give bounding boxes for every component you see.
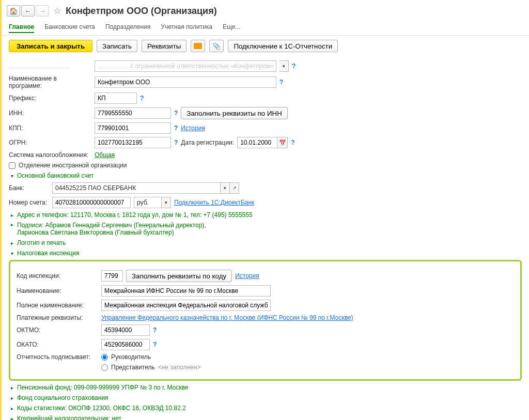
insp-pay-link[interactable]: Управление Федерального казначейства по … bbox=[101, 314, 353, 321]
section-bank-account[interactable]: ▾ Основной банковский счет bbox=[9, 172, 522, 179]
mail-icon bbox=[194, 43, 202, 49]
help-icon[interactable]: ? bbox=[291, 139, 294, 146]
save-button[interactable]: Записать bbox=[97, 40, 137, 52]
back-button[interactable]: ← bbox=[21, 5, 35, 17]
insp-name-label: Наименование: bbox=[17, 287, 98, 294]
tab-accounting-policy[interactable]: Учетная политика bbox=[161, 22, 212, 33]
chevron-down-icon: ▾ bbox=[9, 173, 15, 179]
fill-by-inn-button[interactable]: Заполнить реквизиты по ИНН bbox=[181, 107, 287, 119]
help-icon[interactable]: ? bbox=[140, 95, 144, 102]
signed-label: Отчетность подписывает: bbox=[17, 353, 98, 361]
prefix-label: Префикс: bbox=[9, 95, 91, 102]
chevron-right-icon: ▸ bbox=[9, 222, 15, 227]
radio-leader-label: Руководитель bbox=[111, 353, 151, 361]
section-stats[interactable]: ▸ Коды статистики: ОКОПФ 12300, ОКФС 16,… bbox=[9, 405, 522, 412]
chevron-down-icon: ▾ bbox=[9, 251, 15, 256]
chevron-right-icon: ▸ bbox=[9, 416, 15, 421]
foreign-org-label: Отделение иностранной организации bbox=[19, 162, 127, 169]
bank-input[interactable]: 044525225 ПАО СБЕРБАНК bbox=[52, 182, 221, 194]
requisites-button[interactable]: Реквизиты bbox=[142, 40, 186, 52]
chevron-right-icon: ▸ bbox=[9, 240, 15, 246]
tax-system-link[interactable]: Общая bbox=[95, 151, 115, 159]
section-signatures[interactable]: ▸ Подписи: Абрамов Геннадий Сергеевич (Г… bbox=[9, 222, 522, 236]
bank-label: Банк: bbox=[9, 184, 49, 192]
insp-code-label: Код инспекции: bbox=[17, 272, 98, 279]
forward-button[interactable]: → bbox=[36, 5, 49, 17]
oktmo-label: ОКТМО: bbox=[17, 326, 98, 334]
inn-label: ИНН: bbox=[9, 110, 91, 117]
help-icon[interactable]: ? bbox=[153, 326, 157, 334]
insp-full-input[interactable] bbox=[101, 300, 271, 311]
open-icon[interactable]: ↗ bbox=[230, 182, 239, 194]
insp-name-input[interactable] bbox=[101, 285, 271, 297]
connect-reporting-button[interactable]: Подключение к 1С-Отчетности bbox=[228, 40, 338, 52]
attach-button[interactable]: 📎 bbox=[209, 40, 224, 52]
insp-code-input[interactable] bbox=[101, 270, 123, 282]
account-input[interactable] bbox=[52, 197, 131, 208]
section-tax-inspection[interactable]: ▾ Налоговая инспекция bbox=[9, 250, 522, 257]
kpp-label: КПП: bbox=[9, 125, 91, 132]
history-link[interactable]: История bbox=[181, 125, 205, 132]
insp-full-label: Полное наименование: bbox=[17, 302, 98, 309]
reg-date-input[interactable] bbox=[237, 137, 277, 148]
reg-date-label: Дата регистрации: bbox=[181, 139, 234, 146]
help-icon[interactable]: ? bbox=[292, 63, 295, 70]
help-icon[interactable]: ? bbox=[174, 110, 178, 117]
foreign-org-checkbox[interactable] bbox=[9, 162, 15, 169]
prefix-input[interactable] bbox=[95, 92, 137, 104]
home-button[interactable]: 🏠 bbox=[7, 5, 20, 17]
calendar-icon[interactable]: 📅 bbox=[277, 137, 288, 148]
prog-name-label: Наименование в программе: bbox=[9, 75, 91, 89]
tab-bar: Главное Банковские счета Подразделения У… bbox=[2, 20, 529, 36]
section-fss[interactable]: ▸ Фонд социального страхования bbox=[9, 394, 522, 401]
section-pfr[interactable]: ▸ Пенсионный фонд: 099-099-999999 УПФР №… bbox=[9, 384, 522, 391]
favorite-icon[interactable]: ☆ bbox=[53, 5, 61, 17]
tab-divisions[interactable]: Подразделения bbox=[105, 22, 150, 33]
section-logo[interactable]: ▸ Логотип и печать bbox=[9, 239, 522, 246]
help-icon[interactable]: ? bbox=[174, 139, 178, 146]
help-icon[interactable]: ? bbox=[153, 341, 157, 348]
full-name-input[interactable] bbox=[95, 60, 276, 72]
ogrn-input[interactable] bbox=[95, 137, 171, 148]
page-title: Конфетпром ООО (Организация) bbox=[66, 6, 217, 17]
tab-main[interactable]: Главное bbox=[9, 22, 34, 33]
section-largest[interactable]: ▸ Крупнейший налогоплательщик: нет bbox=[9, 415, 522, 420]
tax-system-label: Система налогообложения: bbox=[9, 151, 91, 159]
kpp-input[interactable] bbox=[95, 122, 171, 134]
prog-name-input[interactable] bbox=[95, 76, 276, 88]
history-link[interactable]: История bbox=[235, 272, 259, 279]
okato-label: ОКАТО: bbox=[17, 341, 98, 348]
radio-leader[interactable] bbox=[101, 354, 108, 361]
radio-representative[interactable] bbox=[101, 364, 108, 371]
tab-bank-accounts[interactable]: Банковские счета bbox=[44, 22, 95, 33]
currency-input[interactable]: руб. bbox=[134, 197, 162, 208]
help-icon[interactable]: ? bbox=[279, 79, 283, 86]
chevron-right-icon: ▸ bbox=[9, 212, 15, 218]
inn-input[interactable] bbox=[95, 107, 171, 119]
fill-by-code-button[interactable]: Заполнить реквизиты по коду bbox=[126, 270, 232, 282]
dropdown-icon[interactable]: ▾ bbox=[221, 182, 230, 194]
okato-input[interactable] bbox=[101, 339, 150, 350]
help-icon[interactable]: ? bbox=[174, 125, 178, 132]
full-name-label: ………………………… bbox=[9, 63, 91, 70]
dropdown-icon[interactable]: ▾ bbox=[162, 197, 171, 208]
insp-pay-label: Платежные реквизиты: bbox=[17, 314, 98, 321]
chevron-right-icon: ▸ bbox=[9, 395, 15, 401]
chevron-right-icon: ▸ bbox=[9, 385, 15, 391]
oktmo-input[interactable] bbox=[101, 324, 150, 336]
ogrn-label: ОГРН: bbox=[9, 139, 91, 146]
not-filled-text: <не заполнен> bbox=[158, 364, 201, 371]
dropdown-icon[interactable]: ▾ bbox=[279, 60, 289, 72]
account-label: Номер счета: bbox=[9, 199, 49, 206]
tab-more[interactable]: Еще... bbox=[223, 22, 240, 33]
chevron-right-icon: ▸ bbox=[9, 406, 15, 411]
mail-button[interactable] bbox=[191, 40, 205, 52]
tax-inspection-panel: Код инспекции: Заполнить реквизиты по ко… bbox=[9, 260, 522, 381]
section-address[interactable]: ▸ Адрес и телефон: 121170, Москва г, 181… bbox=[9, 211, 522, 219]
radio-rep-label: Представитель bbox=[111, 364, 155, 371]
save-close-button[interactable]: Записать и закрыть bbox=[9, 40, 92, 52]
connect-bank-link[interactable]: Подключить 1С:ДиректБанк bbox=[174, 199, 254, 206]
